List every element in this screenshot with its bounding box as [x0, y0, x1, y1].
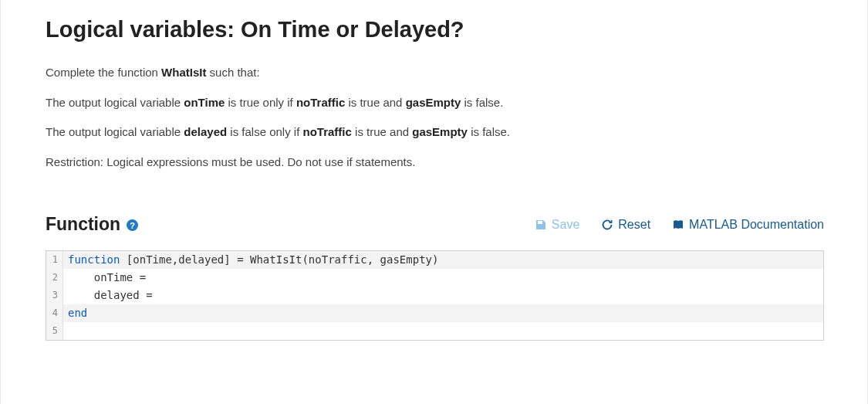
code-line[interactable]: 1 function [onTime,delayed] = WhatIsIt(n… — [46, 251, 823, 269]
code-line[interactable]: 2 onTime = — [46, 269, 823, 287]
function-section-header: Function ? Save Reset MATLAB Documenta — [46, 214, 824, 235]
text: is true only if — [225, 96, 296, 109]
reset-icon — [601, 219, 613, 231]
text: The output logical variable — [46, 96, 184, 109]
section-title-wrap: Function ? — [46, 214, 138, 235]
text: is false. — [461, 96, 503, 109]
code-text: [onTime,delayed] = WhatIsIt(noTraffic, g… — [120, 253, 438, 266]
book-icon — [672, 219, 684, 231]
save-icon — [535, 219, 547, 231]
text-bold: noTraffic — [303, 125, 352, 138]
text: is true and — [345, 96, 405, 109]
save-button[interactable]: Save — [535, 218, 579, 232]
section-title: Function — [46, 214, 120, 235]
text-bold: gasEmpty — [406, 96, 461, 109]
code-keyword: function — [68, 253, 120, 266]
line-number: 1 — [46, 251, 63, 269]
content-panel: Logical variables: On Time or Delayed? C… — [1, 0, 867, 356]
code-line[interactable]: 5 — [46, 322, 823, 340]
text-bold: WhatIsIt — [161, 66, 206, 79]
reset-label: Reset — [618, 218, 650, 232]
intro-paragraph-4: Restriction: Logical expressions must be… — [46, 154, 824, 171]
text-bold: noTraffic — [296, 96, 345, 109]
code-editor[interactable]: 1 function [onTime,delayed] = WhatIsIt(n… — [46, 250, 824, 341]
line-number: 2 — [46, 269, 63, 287]
code-text: onTime = — [68, 271, 153, 283]
code-line[interactable]: 3 delayed = — [46, 287, 823, 304]
doc-label: MATLAB Documentation — [689, 218, 824, 232]
text-bold: gasEmpty — [412, 125, 468, 138]
code-keyword: end — [68, 307, 87, 319]
text: is true and — [352, 125, 412, 138]
line-number: 4 — [46, 304, 63, 322]
intro-paragraph-1: Complete the function WhatIsIt such that… — [46, 64, 824, 82]
text: is false. — [468, 125, 510, 138]
line-number: 5 — [46, 322, 63, 340]
code-text: delayed = — [68, 289, 159, 301]
text-bold: delayed — [184, 125, 227, 138]
reset-button[interactable]: Reset — [601, 218, 650, 232]
code-line[interactable]: 4 end — [46, 304, 823, 322]
action-bar: Save Reset MATLAB Documentation — [535, 218, 824, 232]
text: Complete the function — [46, 66, 161, 79]
help-icon[interactable]: ? — [127, 219, 138, 231]
intro-paragraph-3: The output logical variable delayed is f… — [46, 124, 824, 141]
page-title: Logical variables: On Time or Delayed? — [46, 17, 824, 42]
intro-paragraph-2: The output logical variable onTime is tr… — [46, 94, 824, 112]
text: The output logical variable — [46, 125, 184, 138]
matlab-documentation-link[interactable]: MATLAB Documentation — [672, 218, 824, 232]
save-label: Save — [552, 218, 579, 232]
line-number: 3 — [46, 287, 63, 304]
text: is false only if — [227, 125, 302, 138]
text-bold: onTime — [184, 96, 225, 109]
text: such that: — [206, 66, 259, 79]
